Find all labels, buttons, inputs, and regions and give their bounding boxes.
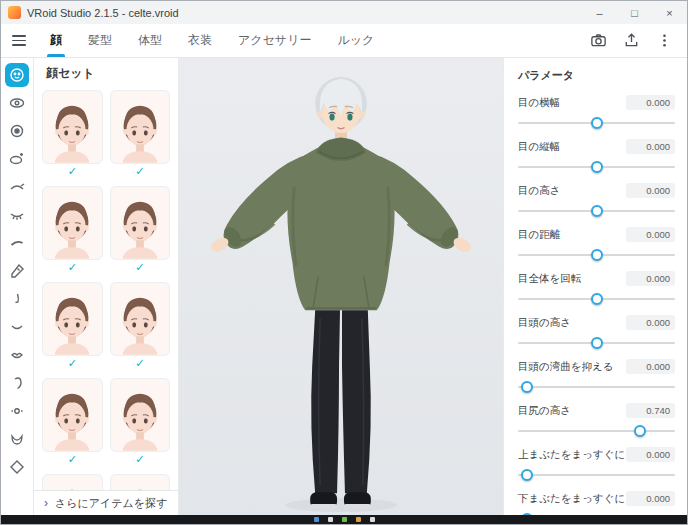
tool-eye-highlight-icon[interactable] <box>5 147 29 171</box>
parameter-panel-title: パラメータ <box>518 68 675 83</box>
param-slider[interactable] <box>518 204 675 217</box>
model-viewport[interactable] <box>179 58 503 515</box>
slider-thumb[interactable] <box>591 249 603 261</box>
tab-body[interactable]: 体型 <box>125 24 175 57</box>
export-icon[interactable] <box>623 32 640 49</box>
tab-hair[interactable]: 髪型 <box>75 24 125 57</box>
param-slider[interactable] <box>518 468 675 481</box>
slider-thumb[interactable] <box>591 161 603 173</box>
face-preset-thumbnail <box>42 90 103 164</box>
param-value-box[interactable]: 0.000 <box>626 359 675 374</box>
editor-tabs: 顔 髪型 体型 衣装 アクセサリー ルック <box>37 24 387 57</box>
taskbar-icon[interactable] <box>328 517 333 522</box>
face-preset-thumbnail <box>110 378 171 452</box>
slider-track[interactable] <box>518 386 675 388</box>
param-row: 上まぶたをまっすぐに 0.000 <box>518 447 675 481</box>
hamburger-menu-icon[interactable] <box>1 24 37 57</box>
face-preset-item[interactable]: ✓ <box>42 378 103 466</box>
tool-mouth-icon[interactable] <box>5 315 29 339</box>
tool-eyelash-icon[interactable] <box>5 203 29 227</box>
slider-track[interactable] <box>518 430 675 432</box>
tool-eyebrow-icon[interactable] <box>5 231 29 255</box>
param-value-box[interactable]: 0.000 <box>626 315 675 330</box>
tool-iris-icon[interactable] <box>5 119 29 143</box>
param-row: 目の高さ 0.000 <box>518 183 675 217</box>
param-slider[interactable] <box>518 424 675 437</box>
face-preset-thumbnail <box>42 474 103 490</box>
param-slider[interactable] <box>518 292 675 305</box>
slider-thumb[interactable] <box>591 205 603 217</box>
param-value-box[interactable]: 0.000 <box>626 139 675 154</box>
camera-icon[interactable] <box>590 32 607 49</box>
param-value-box[interactable]: 0.000 <box>626 271 675 286</box>
find-more-items-button[interactable]: › さらにアイテムを探す <box>34 490 178 515</box>
param-value-box[interactable]: 0.000 <box>626 447 675 462</box>
param-row: 目の横幅 0.000 <box>518 95 675 129</box>
param-label: 目の縦幅 <box>518 140 560 154</box>
face-preset-item[interactable]: ✓ <box>42 474 103 490</box>
param-slider[interactable] <box>518 160 675 173</box>
tab-outfit[interactable]: 衣装 <box>175 24 225 57</box>
param-value-box[interactable]: 0.000 <box>626 227 675 242</box>
slider-thumb[interactable] <box>634 425 646 437</box>
checkmark-icon: ✓ <box>42 356 103 370</box>
face-preset-item[interactable]: ✓ <box>110 474 171 490</box>
tool-face-set[interactable] <box>5 63 29 87</box>
face-tool-strip <box>1 58 34 515</box>
slider-thumb[interactable] <box>521 381 533 393</box>
maximize-button[interactable]: □ <box>617 1 652 24</box>
face-preset-item[interactable]: ✓ <box>110 378 171 466</box>
tool-beard-icon[interactable] <box>5 427 29 451</box>
param-value-box[interactable]: 0.000 <box>626 491 675 506</box>
slider-thumb[interactable] <box>591 337 603 349</box>
chevron-right-icon: › <box>44 496 48 510</box>
param-row: 目の距離 0.000 <box>518 227 675 261</box>
slider-thumb[interactable] <box>591 117 603 129</box>
param-label: 目の高さ <box>518 184 561 198</box>
tab-look[interactable]: ルック <box>324 24 387 57</box>
slider-thumb[interactable] <box>521 469 533 481</box>
window-title: VRoid Studio 2.1.5 - celte.vroid <box>27 7 179 19</box>
taskbar[interactable] <box>1 515 687 524</box>
param-slider[interactable] <box>518 116 675 129</box>
param-slider[interactable] <box>518 380 675 393</box>
taskbar-icon[interactable] <box>342 517 347 522</box>
taskbar-icon[interactable] <box>370 517 375 522</box>
face-preset-item[interactable]: ✓ <box>42 90 103 178</box>
checkmark-icon: ✓ <box>110 164 171 178</box>
tab-face[interactable]: 顔 <box>37 24 75 57</box>
slider-track[interactable] <box>518 474 675 476</box>
param-value-box[interactable]: 0.000 <box>626 95 675 110</box>
tool-ear-icon[interactable] <box>5 371 29 395</box>
tool-cheek-icon[interactable] <box>5 399 29 423</box>
minimize-button[interactable]: – <box>582 1 617 24</box>
taskbar-icon[interactable] <box>356 517 361 522</box>
face-preset-thumbnail <box>42 378 103 452</box>
face-preset-item[interactable]: ✓ <box>42 186 103 274</box>
tool-eye-icon[interactable] <box>5 91 29 115</box>
face-preset-item[interactable]: ✓ <box>110 282 171 370</box>
face-preset-item[interactable]: ✓ <box>110 186 171 274</box>
param-slider[interactable] <box>518 336 675 349</box>
kebab-menu-icon[interactable] <box>656 32 673 49</box>
slider-thumb[interactable] <box>591 293 603 305</box>
param-label: 目全体を回転 <box>518 272 581 286</box>
slider-thumb[interactable] <box>521 513 533 516</box>
param-value-box[interactable]: 0.000 <box>626 183 675 198</box>
param-value-box[interactable]: 0.740 <box>626 403 675 418</box>
face-preset-item[interactable]: ✓ <box>42 282 103 370</box>
tool-color-picker-icon[interactable] <box>5 259 29 283</box>
close-button[interactable]: × <box>652 1 687 24</box>
param-slider[interactable] <box>518 512 675 515</box>
taskbar-icon[interactable] <box>314 517 319 522</box>
tab-accessories[interactable]: アクセサリー <box>225 24 324 57</box>
tool-extra-icon[interactable] <box>5 455 29 479</box>
face-preset-item[interactable]: ✓ <box>110 90 171 178</box>
tool-lips-icon[interactable] <box>5 343 29 367</box>
tool-nose-icon[interactable] <box>5 287 29 311</box>
tool-eyeline-icon[interactable] <box>5 175 29 199</box>
app-window: VRoid Studio 2.1.5 - celte.vroid – □ × 顔… <box>0 0 688 525</box>
character-model <box>179 58 503 515</box>
face-preset-thumbnail <box>110 186 171 260</box>
param-slider[interactable] <box>518 248 675 261</box>
